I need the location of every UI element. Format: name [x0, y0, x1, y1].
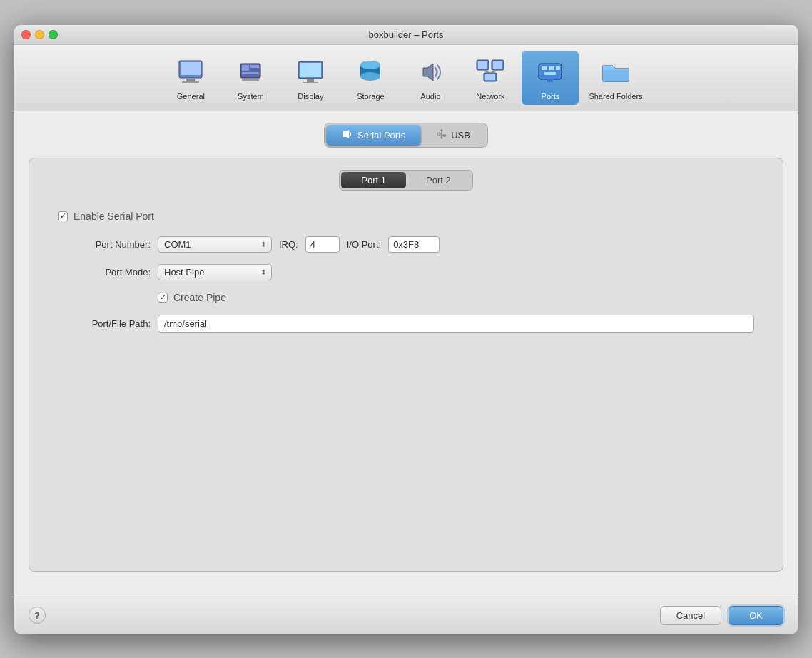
- create-pipe-checkbox[interactable]: ✓: [158, 293, 168, 303]
- svg-rect-31: [547, 79, 553, 82]
- toolbar-label-audio: Audio: [420, 92, 440, 101]
- svg-rect-26: [539, 64, 562, 79]
- svg-rect-32: [603, 70, 629, 81]
- ports-icon: [533, 55, 567, 89]
- svg-marker-17: [423, 64, 433, 81]
- svg-rect-27: [542, 66, 547, 70]
- maximize-button[interactable]: [49, 30, 58, 39]
- port-tab-bar: Port 1 Port 2: [44, 170, 768, 191]
- ok-button[interactable]: OK: [729, 606, 783, 625]
- svg-rect-6: [242, 72, 259, 74]
- main-window: boxbuilder – Ports General: [14, 24, 798, 634]
- toolbar: General System: [14, 45, 798, 111]
- window-controls: [21, 30, 58, 39]
- svg-point-40: [441, 136, 443, 138]
- help-button[interactable]: ?: [29, 607, 46, 624]
- toolbar-item-audio[interactable]: Audio: [402, 51, 459, 105]
- network-icon: [473, 55, 507, 89]
- port-mode-select-wrapper: Disconnected Host Device Host Pipe Raw F…: [158, 264, 272, 280]
- inner-panel: Port 1 Port 2 ✓ Enable Serial Port Port …: [29, 158, 783, 572]
- svg-rect-30: [544, 72, 556, 75]
- svg-line-24: [482, 70, 490, 73]
- svg-rect-23: [485, 74, 495, 80]
- svg-rect-29: [556, 66, 560, 70]
- port-mode-label: Port Mode:: [58, 267, 151, 278]
- toolbar-item-system[interactable]: System: [222, 51, 279, 105]
- io-port-input[interactable]: [388, 236, 440, 253]
- bottom-bar: ? Cancel OK: [14, 597, 798, 634]
- tab-usb-label: USB: [451, 130, 470, 141]
- port-file-path-label: Port/File Path:: [58, 318, 151, 329]
- svg-marker-33: [343, 130, 349, 138]
- shared-folders-icon: [599, 55, 633, 89]
- irq-input[interactable]: [305, 236, 340, 253]
- content-area: Serial Ports USB: [14, 111, 798, 597]
- svg-point-15: [360, 72, 380, 81]
- toolbar-label-ports: Ports: [542, 92, 560, 101]
- toolbar-item-general[interactable]: General: [162, 51, 219, 105]
- port-mode-select[interactable]: Disconnected Host Device Host Pipe Raw F…: [158, 264, 272, 280]
- enable-serial-port-label: Enable Serial Port: [73, 211, 154, 222]
- svg-rect-10: [300, 63, 321, 77]
- port-file-path-input[interactable]: [158, 315, 754, 333]
- toolbar-item-shared-folders[interactable]: Shared Folders: [582, 51, 649, 105]
- svg-rect-12: [303, 82, 318, 83]
- svg-rect-5: [242, 65, 249, 71]
- toolbar-label-general: General: [177, 92, 205, 101]
- svg-rect-7: [250, 65, 259, 68]
- settings-area: ✓ Enable Serial Port Port Number: COM1 C…: [44, 203, 768, 351]
- create-pipe-label: Create Pipe: [173, 292, 226, 303]
- tab-port1[interactable]: Port 1: [341, 172, 406, 188]
- irq-label: IRQ:: [279, 239, 298, 250]
- toolbar-label-display: Display: [298, 92, 323, 101]
- serial-ports-icon: [342, 128, 353, 142]
- port2-label: Port 2: [426, 175, 451, 186]
- irq-io-row: IRQ: I/O Port:: [279, 236, 440, 253]
- toolbar-item-display[interactable]: Display: [282, 51, 339, 105]
- tab-serial-ports[interactable]: Serial Ports: [326, 125, 421, 146]
- toolbar-item-ports[interactable]: Ports: [522, 51, 579, 105]
- svg-line-25: [490, 70, 498, 73]
- subtab-bar: Serial Ports USB: [29, 123, 783, 148]
- port-mode-row: Port Mode: Disconnected Host Device Host…: [58, 264, 754, 280]
- io-port-label: I/O Port:: [347, 239, 381, 250]
- system-icon: [233, 55, 268, 89]
- subtab-group: Serial Ports USB: [324, 123, 488, 148]
- svg-marker-35: [440, 129, 444, 131]
- svg-rect-21: [493, 61, 502, 69]
- toolbar-label-network: Network: [476, 92, 504, 101]
- toolbar-label-system: System: [238, 92, 264, 101]
- toolbar-label-storage: Storage: [357, 92, 385, 101]
- tab-usb[interactable]: USB: [421, 125, 486, 146]
- close-button[interactable]: [21, 30, 31, 39]
- general-icon: [173, 55, 208, 89]
- svg-rect-28: [549, 66, 554, 70]
- create-pipe-row: ✓ Create Pipe: [158, 292, 754, 303]
- port-number-label: Port Number:: [58, 239, 151, 250]
- port-file-path-row: Port/File Path:: [58, 315, 754, 333]
- minimize-button[interactable]: [35, 30, 44, 39]
- tab-serial-ports-label: Serial Ports: [357, 130, 405, 141]
- toolbar-item-network[interactable]: Network: [462, 51, 519, 105]
- port-number-select-wrapper: COM1 COM2 COM3 COM4: [158, 236, 272, 253]
- display-icon: [293, 55, 328, 89]
- usb-icon: [437, 128, 447, 142]
- svg-rect-11: [307, 79, 314, 82]
- port-number-row: Port Number: COM1 COM2 COM3 COM4 IRQ: I/…: [58, 236, 754, 253]
- svg-rect-1: [181, 62, 201, 75]
- bottom-buttons: Cancel OK: [660, 606, 783, 625]
- enable-serial-port-row: ✓ Enable Serial Port: [58, 211, 754, 222]
- svg-rect-19: [478, 61, 487, 69]
- cancel-button[interactable]: Cancel: [660, 606, 721, 625]
- tab-port2[interactable]: Port 2: [406, 172, 471, 188]
- port-number-select[interactable]: COM1 COM2 COM3 COM4: [158, 236, 272, 253]
- window-title: boxbuilder – Ports: [369, 29, 444, 40]
- storage-icon: [353, 55, 387, 89]
- svg-rect-3: [182, 81, 199, 83]
- svg-rect-2: [186, 79, 195, 81]
- svg-point-16: [360, 61, 380, 69]
- toolbar-label-shared-folders: Shared Folders: [589, 92, 642, 101]
- toolbar-item-storage[interactable]: Storage: [342, 51, 399, 105]
- port1-label: Port 1: [361, 175, 386, 186]
- enable-serial-port-checkbox[interactable]: ✓: [58, 211, 68, 221]
